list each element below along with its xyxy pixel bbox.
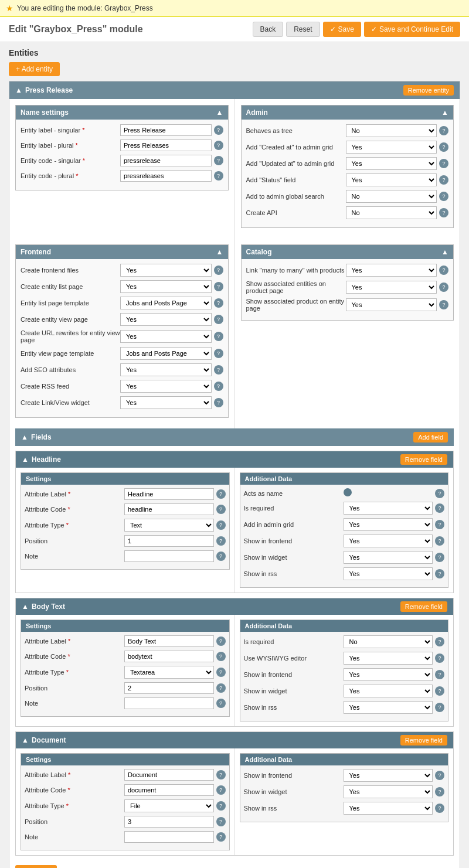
seo-attributes-control[interactable]: YesNo — [120, 363, 212, 376]
status-field-control[interactable]: YesNo — [346, 173, 437, 186]
entity-label-plural-input[interactable] — [120, 139, 212, 151]
info-icon-13[interactable]: ? — [214, 298, 223, 308]
headline-acts-as-name-control[interactable] — [344, 488, 433, 498]
created-at-control[interactable]: YesNo — [346, 141, 437, 154]
body-text-show-frontend-select[interactable]: YesNo — [344, 668, 433, 681]
body-text-show-widget-control[interactable]: YesNo — [344, 685, 433, 697]
info-icon-9[interactable]: ? — [439, 192, 448, 201]
entity-code-plural-control[interactable] — [120, 170, 212, 182]
info-icon-d4[interactable]: ? — [216, 817, 226, 826]
headline-position-control[interactable] — [124, 535, 214, 547]
body-text-show-rss-select[interactable]: YesNo — [344, 701, 433, 714]
entity-code-singular-control[interactable] — [120, 155, 212, 166]
info-icon-ha6[interactable]: ? — [435, 569, 444, 578]
many-to-many-select[interactable]: YesNo — [346, 264, 437, 277]
add-field-button-bottom[interactable]: Add field — [15, 865, 57, 868]
info-icon-d2[interactable]: ? — [216, 785, 226, 795]
info-icon-d5[interactable]: ? — [216, 832, 226, 842]
body-text-code-control[interactable] — [124, 651, 214, 662]
info-icon-h5[interactable]: ? — [216, 552, 226, 561]
headline-attr-label-control[interactable] — [124, 488, 214, 500]
body-text-note-input[interactable] — [124, 697, 214, 709]
acts-as-name-radio[interactable] — [344, 488, 352, 496]
info-icon-14[interactable]: ? — [214, 315, 223, 324]
headline-note-input[interactable] — [124, 550, 214, 562]
assoc-entities-control[interactable]: YesNo — [346, 281, 437, 294]
create-api-select[interactable]: NoYes — [346, 206, 437, 219]
info-icon-ha4[interactable]: ? — [435, 536, 444, 546]
document-code-input[interactable] — [124, 784, 214, 796]
info-icon-6[interactable]: ? — [439, 142, 448, 152]
info-icon-bt2[interactable]: ? — [216, 652, 226, 661]
headline-admin-grid-select[interactable]: YesNo — [344, 518, 433, 531]
info-icon-17[interactable]: ? — [214, 365, 223, 375]
entity-label-singular-input[interactable] — [120, 124, 212, 136]
document-attr-label-control[interactable] — [124, 769, 214, 781]
headline-type-control[interactable]: Text — [124, 519, 214, 532]
headline-show-rss-control[interactable]: YesNo — [344, 567, 433, 580]
info-icon-ha1[interactable]: ? — [435, 489, 444, 498]
document-note-input[interactable] — [124, 831, 214, 843]
entity-code-singular-input[interactable] — [120, 155, 212, 166]
document-show-frontend-select[interactable]: YesNo — [344, 769, 433, 782]
body-text-position-control[interactable] — [124, 682, 214, 694]
info-icon-16[interactable]: ? — [214, 349, 223, 358]
headline-show-widget-control[interactable]: YesNo — [344, 551, 433, 564]
list-page-template-select[interactable]: Jobs and Posts Page — [120, 297, 212, 309]
many-to-many-control[interactable]: YesNo — [346, 264, 437, 277]
info-icon-22[interactable]: ? — [439, 300, 448, 309]
document-show-rss-control[interactable]: YesNo — [344, 802, 433, 815]
global-search-control[interactable]: NoYes — [346, 190, 437, 203]
document-code-control[interactable] — [124, 784, 214, 796]
document-show-rss-select[interactable]: YesNo — [344, 802, 433, 815]
body-text-wysiwyg-control[interactable]: YesNo — [344, 652, 433, 665]
entity-label-plural-control[interactable] — [120, 139, 212, 151]
view-page-template-select[interactable]: Jobs and Posts Page — [120, 347, 212, 360]
url-rewrites-control[interactable]: YesNo — [120, 330, 212, 343]
document-type-select[interactable]: File — [124, 799, 214, 812]
body-text-type-control[interactable]: Textarea — [124, 666, 214, 679]
headline-type-select[interactable]: Text — [124, 519, 214, 532]
create-view-page-control[interactable]: YesNo — [120, 313, 212, 326]
document-note-control[interactable] — [124, 831, 214, 843]
headline-admin-grid-control[interactable]: YesNo — [344, 518, 433, 531]
body-text-required-control[interactable]: NoYes — [344, 635, 433, 648]
remove-entity-button[interactable]: Remove entity — [403, 85, 454, 96]
info-icon-bta2[interactable]: ? — [435, 653, 444, 663]
headline-code-control[interactable] — [124, 503, 214, 515]
info-icon-h3[interactable]: ? — [216, 520, 226, 530]
headline-show-rss-select[interactable]: YesNo — [344, 567, 433, 580]
info-icon-bt4[interactable]: ? — [216, 683, 226, 693]
rss-feed-select[interactable]: YesNo — [120, 380, 212, 393]
body-text-show-rss-control[interactable]: YesNo — [344, 701, 433, 714]
add-entity-button-top[interactable]: + Add entity — [9, 62, 60, 76]
info-icon-ha3[interactable]: ? — [435, 520, 444, 529]
headline-show-widget-select[interactable]: YesNo — [344, 551, 433, 564]
entity-label-singular-control[interactable] — [120, 124, 212, 136]
headline-position-input[interactable] — [124, 535, 214, 547]
assoc-product-select[interactable]: YesNo — [346, 298, 437, 311]
info-icon-1[interactable]: ? — [214, 125, 223, 135]
create-api-control[interactable]: NoYes — [346, 206, 437, 219]
info-icon-bta3[interactable]: ? — [435, 670, 444, 679]
document-show-widget-select[interactable]: YesNo — [344, 785, 433, 798]
info-icon-3[interactable]: ? — [214, 156, 223, 165]
document-show-frontend-control[interactable]: YesNo — [344, 769, 433, 782]
body-text-note-control[interactable] — [124, 697, 214, 709]
info-icon-h1[interactable]: ? — [216, 489, 226, 499]
entity-code-plural-input[interactable] — [120, 170, 212, 182]
info-icon-20[interactable]: ? — [439, 265, 448, 275]
url-rewrites-select[interactable]: YesNo — [120, 330, 212, 343]
info-icon-18[interactable]: ? — [214, 382, 223, 391]
remove-body-text-button[interactable]: Remove field — [400, 601, 447, 612]
body-text-required-select[interactable]: NoYes — [344, 635, 433, 648]
info-icon-bt3[interactable]: ? — [216, 668, 226, 677]
updated-at-control[interactable]: YesNo — [346, 157, 437, 170]
created-at-select[interactable]: YesNo — [346, 141, 437, 154]
info-icon-bta4[interactable]: ? — [435, 686, 444, 696]
info-icon-21[interactable]: ? — [439, 282, 448, 292]
behaves-as-tree-select[interactable]: NoYes — [346, 124, 437, 137]
add-field-button-top[interactable]: Add field — [413, 432, 448, 442]
behaves-as-tree-control[interactable]: NoYes — [346, 124, 437, 137]
status-field-select[interactable]: YesNo — [346, 173, 437, 186]
